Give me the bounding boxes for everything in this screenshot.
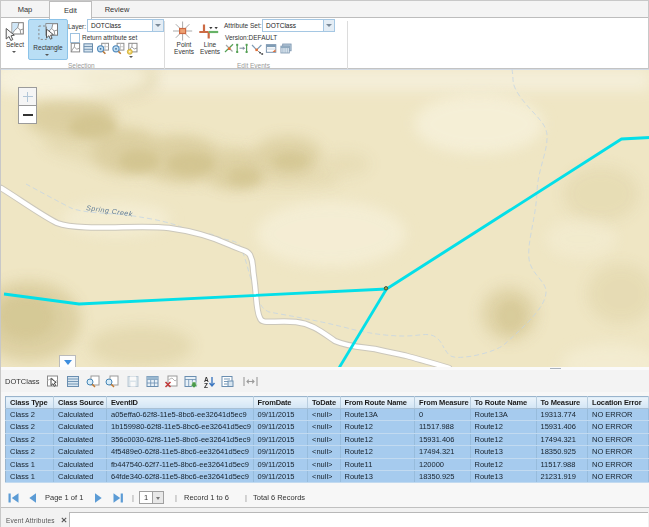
svg-text:Z: Z bbox=[204, 382, 208, 388]
